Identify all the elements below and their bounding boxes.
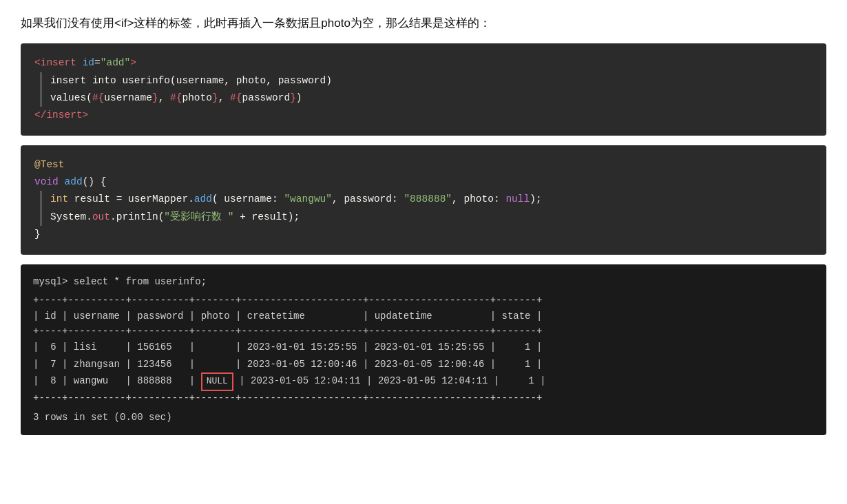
table-row: | 8 | wangwu | 888888 | NULL | 2023-01-0… bbox=[33, 372, 814, 391]
separator-top: +----+----------+----------+-------+----… bbox=[33, 293, 814, 308]
result-footer: 3 rows in set (0.00 sec) bbox=[33, 410, 814, 425]
terminal-block: mysql> select * from userinfo; +----+---… bbox=[21, 264, 826, 435]
xml-code-block: <insert id="add"> insert into userinfo(u… bbox=[21, 43, 826, 136]
table-header: | id | username | password | photo | cre… bbox=[33, 308, 814, 325]
java-code-block: @Test void add() { int result = userMapp… bbox=[21, 145, 826, 255]
null-badge: NULL bbox=[201, 372, 233, 391]
table-row: | 7 | zhangsan | 123456 | | 2023-01-05 1… bbox=[33, 356, 814, 373]
table-row: | 6 | lisi | 156165 | | 2023-01-01 15:25… bbox=[33, 339, 814, 356]
intro-text: 如果我们没有使用<if>这样的标签，此时再插入一条数据且photo为空，那么结果… bbox=[21, 14, 826, 32]
separator-bottom: +----+----------+----------+-------+----… bbox=[33, 391, 814, 406]
separator-mid: +----+----------+----------+-------+----… bbox=[33, 324, 814, 339]
mysql-prompt: mysql> select * from userinfo; bbox=[33, 274, 814, 289]
db-table-wrapper: +----+----------+----------+-------+----… bbox=[33, 293, 814, 426]
